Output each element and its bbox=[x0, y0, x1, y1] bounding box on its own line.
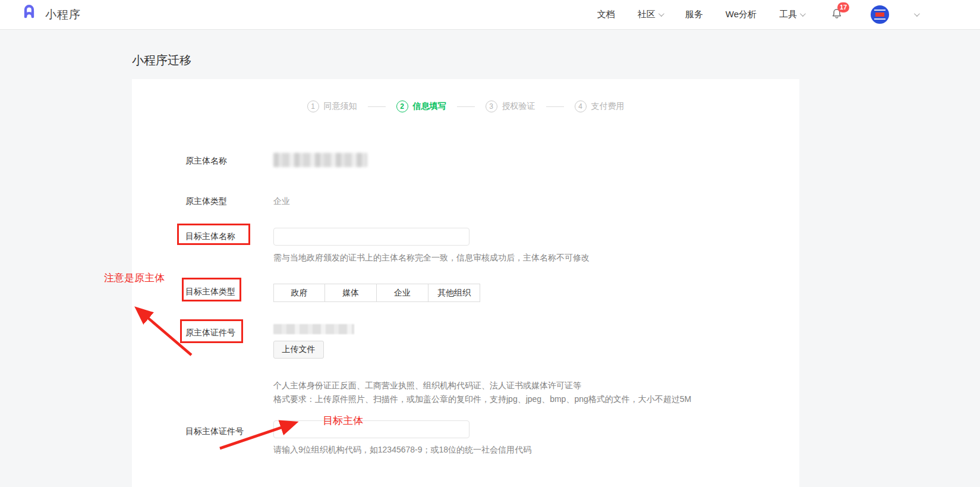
target-id-helper: 请输入9位组织机构代码，如12345678-9；或18位的统一社会信用代码 bbox=[273, 445, 531, 455]
brand[interactable]: 小程序 bbox=[19, 4, 81, 26]
step-label: 同意须知 bbox=[324, 101, 357, 112]
miniprogram-logo-icon bbox=[19, 4, 39, 26]
target-type-option-media[interactable]: 媒体 bbox=[325, 284, 377, 302]
step-label: 授权验证 bbox=[502, 101, 535, 112]
step-label: 信息填写 bbox=[413, 101, 446, 112]
nav-item-services[interactable]: 服务 bbox=[685, 9, 703, 20]
chevron-down-icon bbox=[658, 11, 664, 17]
step-number: 2 bbox=[396, 100, 408, 112]
nav-item-we-analysis-label: We分析 bbox=[726, 9, 757, 20]
avatar-detail bbox=[874, 10, 886, 11]
step-connector bbox=[457, 106, 475, 107]
target-name-helper: 需与当地政府颁发的证书上的主体名称完全一致，信息审核成功后，主体名称不可修改 bbox=[273, 253, 590, 263]
migration-card: 1 同意须知 2 信息填写 3 授权验证 4 支付费用 原主体名称 原主体类型 bbox=[132, 79, 799, 487]
step-number: 1 bbox=[307, 100, 319, 112]
annotation-note-target: 目标主体 bbox=[323, 414, 363, 428]
nav-item-tools-label: 工具 bbox=[779, 9, 797, 20]
nav-item-community-label: 社区 bbox=[638, 9, 656, 20]
upload-note-line: 格式要求：上传原件照片、扫描件，或加盖公章的复印件，支持jpg、jpeg、bmp… bbox=[273, 392, 691, 406]
nav-item-docs[interactable]: 文档 bbox=[597, 9, 615, 20]
nav-item-docs-label: 文档 bbox=[597, 9, 615, 20]
original-name-label: 原主体名称 bbox=[185, 156, 227, 166]
original-id-redacted-value bbox=[273, 324, 354, 334]
step-auth-verify: 3 授权验证 bbox=[486, 100, 535, 112]
original-type-value: 企业 bbox=[273, 196, 290, 207]
step-number: 3 bbox=[486, 100, 497, 112]
target-type-option-other[interactable]: 其他组织 bbox=[428, 284, 480, 302]
brand-title: 小程序 bbox=[45, 7, 81, 23]
main-nav: 文档 社区 服务 We分析 工具 bbox=[597, 5, 918, 24]
avatar-detail bbox=[875, 12, 884, 17]
nav-item-services-label: 服务 bbox=[685, 9, 703, 20]
target-id-input[interactable] bbox=[273, 420, 469, 438]
target-type-segmented-control: 政府 媒体 企业 其他组织 bbox=[273, 284, 480, 302]
step-pay-fee: 4 支付费用 bbox=[575, 100, 625, 112]
user-avatar[interactable] bbox=[871, 5, 889, 24]
step-connector bbox=[368, 106, 386, 107]
upload-file-button[interactable]: 上传文件 bbox=[273, 341, 324, 359]
original-name-redacted-value bbox=[273, 153, 367, 167]
annotation-note-original: 注意是原主体 bbox=[104, 271, 165, 285]
step-fill-info: 2 信息填写 bbox=[396, 100, 446, 112]
chevron-down-icon bbox=[800, 11, 806, 17]
account-chevron-icon[interactable] bbox=[914, 11, 920, 17]
target-type-label: 目标主体类型 bbox=[185, 287, 235, 297]
target-name-input[interactable] bbox=[273, 228, 469, 246]
step-connector bbox=[546, 106, 564, 107]
nav-item-we-analysis[interactable]: We分析 bbox=[726, 9, 757, 20]
upload-notes: 个人主体身份证正反面、工商营业执照、组织机构代码证、法人证书或媒体许可证等 格式… bbox=[273, 379, 691, 406]
original-id-label: 原主体证件号 bbox=[185, 328, 235, 338]
target-name-label: 目标主体名称 bbox=[185, 231, 235, 242]
nav-item-tools[interactable]: 工具 bbox=[779, 9, 804, 20]
nav-item-community[interactable]: 社区 bbox=[638, 9, 663, 20]
upload-note-line: 个人主体身份证正反面、工商营业执照、组织机构代码证、法人证书或媒体许可证等 bbox=[273, 379, 691, 392]
avatar-detail bbox=[874, 18, 886, 20]
target-type-option-government[interactable]: 政府 bbox=[273, 284, 325, 302]
step-label: 支付费用 bbox=[591, 101, 625, 112]
target-id-label: 目标主体证件号 bbox=[185, 426, 244, 437]
top-navbar: 小程序 文档 社区 服务 We分析 工具 bbox=[0, 0, 980, 30]
original-type-label: 原主体类型 bbox=[185, 196, 227, 207]
page-title: 小程序迁移 bbox=[132, 52, 191, 68]
notification-badge: 17 bbox=[837, 2, 849, 12]
target-type-option-enterprise[interactable]: 企业 bbox=[377, 284, 428, 302]
notification-bell[interactable]: 17 bbox=[830, 7, 843, 23]
step-indicator: 1 同意须知 2 信息填写 3 授权验证 4 支付费用 bbox=[132, 100, 799, 112]
step-number: 4 bbox=[575, 100, 587, 112]
page: 小程序 文档 社区 服务 We分析 工具 bbox=[0, 0, 980, 487]
step-agree-notice: 1 同意须知 bbox=[307, 100, 357, 112]
bell-icon bbox=[830, 12, 843, 22]
